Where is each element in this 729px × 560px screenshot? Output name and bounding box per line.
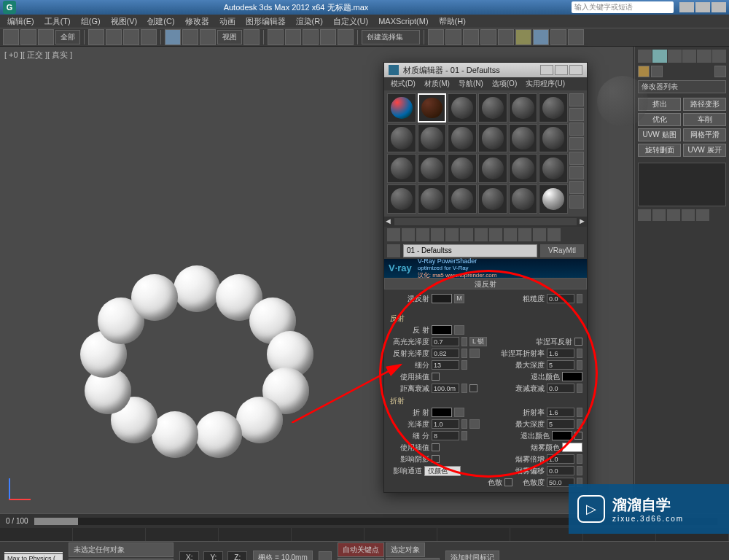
- mat-menu-navigation[interactable]: 导航(N): [455, 79, 487, 89]
- refl-exit-swatch[interactable]: [562, 372, 582, 381]
- curve-editor-button[interactable]: [480, 29, 496, 45]
- material-slot[interactable]: [478, 93, 507, 122]
- go-forward-icon[interactable]: [547, 228, 561, 241]
- mat-menu-material[interactable]: 材质(M): [421, 79, 453, 89]
- lock-selection-icon[interactable]: [319, 551, 332, 561]
- material-slot[interactable]: [418, 184, 447, 214]
- render-button[interactable]: [568, 29, 584, 45]
- configure-sets-icon[interactable]: [651, 66, 663, 77]
- selected-set[interactable]: 选定对象: [386, 542, 425, 557]
- reset-map-icon[interactable]: [431, 228, 444, 241]
- scroll-left-icon[interactable]: ◄: [384, 217, 393, 227]
- pick-material-icon[interactable]: [387, 244, 400, 257]
- hilight-lock-button[interactable]: L 锁: [469, 337, 487, 346]
- diffuse-map-button[interactable]: M: [454, 294, 464, 303]
- menu-animation[interactable]: 动画: [215, 16, 240, 27]
- undo-button[interactable]: [3, 29, 19, 45]
- menu-edit[interactable]: 编辑(E): [3, 16, 39, 27]
- material-type-button[interactable]: VRayMtl: [540, 244, 584, 257]
- move-button[interactable]: [165, 29, 181, 45]
- snap-button[interactable]: [285, 29, 301, 45]
- link-button[interactable]: [38, 29, 54, 45]
- percent-snap-button[interactable]: [320, 29, 336, 45]
- material-slot[interactable]: [418, 154, 447, 183]
- refr-subdiv-spinner[interactable]: 8: [432, 431, 459, 440]
- viewport-label[interactable]: [ +0 ][ 正交 ][ 真实 ]: [4, 50, 72, 61]
- backlight-icon[interactable]: [569, 108, 584, 121]
- refr-exit-swatch[interactable]: [552, 431, 572, 440]
- make-preview-icon[interactable]: [569, 166, 584, 179]
- hierarchy-tab[interactable]: [668, 50, 682, 63]
- menu-group[interactable]: 组(G): [77, 16, 105, 27]
- get-material-icon[interactable]: [387, 228, 400, 241]
- dispersion-checkbox[interactable]: [504, 478, 512, 486]
- refl-subdiv-spinner[interactable]: 13: [432, 360, 459, 370]
- show-map-icon[interactable]: [504, 228, 517, 241]
- scroll-right-icon[interactable]: ►: [578, 217, 587, 227]
- spinner-buttons[interactable]: [577, 294, 582, 303]
- fresnel-ior-spinner[interactable]: 1.6: [547, 349, 574, 358]
- stack-unique-icon[interactable]: [667, 209, 680, 221]
- material-slot[interactable]: [387, 124, 416, 153]
- make-copy-icon[interactable]: [445, 228, 459, 241]
- material-slot[interactable]: [539, 184, 568, 214]
- mat-menu-utilities[interactable]: 实用程序(U): [522, 79, 569, 89]
- material-editor-button[interactable]: [515, 29, 531, 45]
- roughness-spinner[interactable]: 0.0: [547, 294, 574, 303]
- help-search[interactable]: 输入关键字或短语: [572, 1, 674, 13]
- refl-interp-checkbox[interactable]: [432, 373, 440, 381]
- modifier-list[interactable]: 修改器列表: [638, 80, 726, 93]
- material-slot[interactable]: [448, 154, 477, 183]
- put-to-scene-icon[interactable]: [402, 228, 415, 241]
- background-icon[interactable]: [569, 122, 584, 136]
- render-setup-button[interactable]: [533, 29, 549, 45]
- create-tab[interactable]: [638, 50, 652, 63]
- add-time-tag[interactable]: 添加时间标记: [445, 551, 499, 561]
- material-name-input[interactable]: [403, 244, 537, 257]
- material-slot[interactable]: [418, 124, 447, 153]
- material-slot[interactable]: [509, 124, 538, 153]
- named-selection-set[interactable]: 创建选择集: [362, 30, 420, 44]
- select-by-mat-icon[interactable]: [569, 195, 584, 209]
- sample-type-icon[interactable]: [569, 93, 584, 106]
- coord-x[interactable]: X:: [179, 551, 199, 560]
- show-end-icon[interactable]: [518, 228, 531, 241]
- diffuse-swatch[interactable]: [432, 294, 452, 303]
- menu-customize[interactable]: 自定义(U): [329, 16, 373, 27]
- menu-graph[interactable]: 图形编辑器: [241, 16, 290, 27]
- slot-scrollbar[interactable]: [394, 218, 577, 225]
- coord-y[interactable]: Y:: [203, 551, 223, 560]
- mat-menu-options[interactable]: 选项(O): [488, 79, 521, 89]
- pin-stack-icon[interactable]: [638, 66, 650, 77]
- mod-uvwmap[interactable]: UVW 贴图: [638, 128, 681, 141]
- material-slot-selected[interactable]: [418, 93, 447, 122]
- stack-pin-icon[interactable]: [638, 209, 651, 221]
- stack-config-icon[interactable]: [696, 209, 709, 221]
- motion-tab[interactable]: [682, 50, 696, 63]
- align-button[interactable]: [445, 29, 461, 45]
- material-slot[interactable]: [509, 154, 538, 183]
- mod-deleteface[interactable]: 旋转删面: [638, 144, 681, 157]
- material-editor-titlebar[interactable]: 材质编辑器 - 01 - Defaultss: [384, 63, 587, 77]
- refr-maxdepth-spinner[interactable]: 5: [547, 419, 574, 429]
- redo-button[interactable]: [20, 29, 36, 45]
- material-slot[interactable]: [509, 184, 538, 214]
- make-unique-icon[interactable]: [460, 228, 473, 241]
- menu-modifiers[interactable]: 修改器: [181, 16, 214, 27]
- time-slider-handle[interactable]: [34, 518, 78, 525]
- material-slot[interactable]: [539, 124, 568, 153]
- stack-show-icon[interactable]: [652, 209, 666, 221]
- ior-spinner[interactable]: 1.6: [547, 408, 574, 417]
- layer-button[interactable]: [463, 29, 479, 45]
- coord-z[interactable]: Z:: [227, 551, 247, 560]
- diffuse-rollup-title[interactable]: 漫反射: [384, 278, 587, 289]
- menu-help[interactable]: 帮助(H): [434, 16, 470, 27]
- go-parent-icon[interactable]: [533, 228, 546, 241]
- pivot-button[interactable]: [243, 29, 260, 45]
- affect-shadow-checkbox[interactable]: [432, 455, 440, 463]
- material-slot[interactable]: [387, 184, 416, 214]
- modify-tab[interactable]: [652, 50, 666, 63]
- mod-optimize[interactable]: 优化: [638, 113, 681, 126]
- dim-checkbox[interactable]: [469, 384, 477, 392]
- selection-filter[interactable]: 全部: [55, 30, 80, 44]
